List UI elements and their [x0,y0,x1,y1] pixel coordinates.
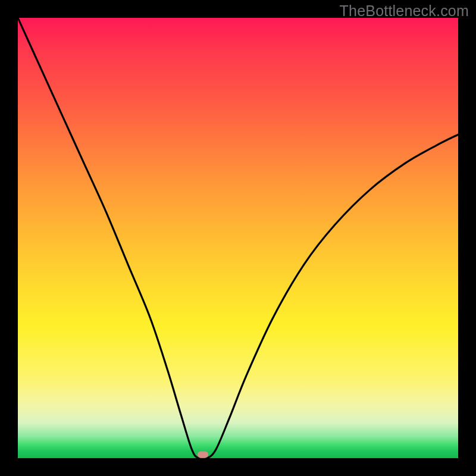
chart-root: TheBottleneck.com [0,0,476,476]
bottleneck-curve [18,18,458,458]
watermark-text: TheBottleneck.com [340,2,469,20]
optimal-point-marker [198,452,208,458]
curve-layer [18,18,458,458]
plot-area [18,18,458,458]
